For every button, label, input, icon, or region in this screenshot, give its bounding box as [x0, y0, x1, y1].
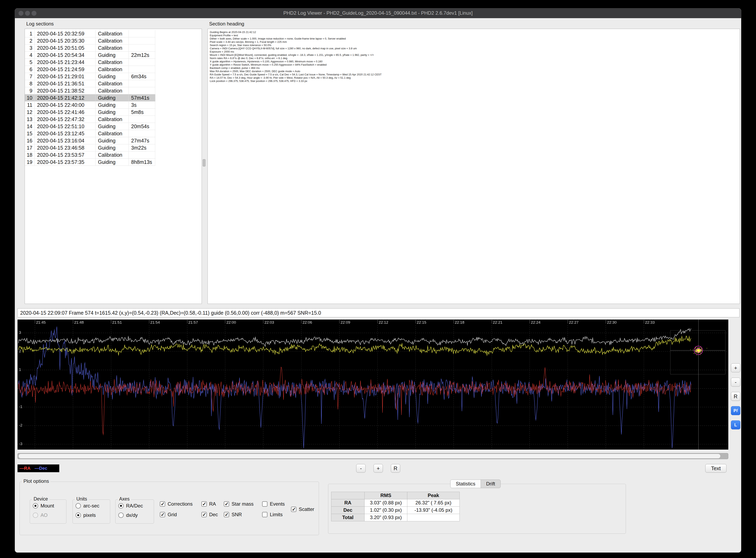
log-row-15[interactable]: 152020-04-15 23:12:45Calibration — [25, 130, 155, 137]
row-number: 14 — [25, 123, 35, 130]
checkbox-snr[interactable]: SNR — [224, 511, 242, 517]
log-row-18[interactable]: 182020-04-15 23:53:57Calibration — [25, 151, 155, 158]
log-text-line: Equipment Profile = test — [210, 34, 381, 37]
row-number: 17 — [25, 144, 35, 151]
radio-dx-dy[interactable]: dx/dy — [118, 512, 138, 518]
row-type: Calibration — [96, 66, 129, 73]
row-duration — [129, 116, 155, 123]
stats-header-cell: Dec — [331, 507, 364, 514]
scrollbar-thumb[interactable] — [18, 454, 721, 459]
tab-statistics[interactable]: Statistics — [451, 480, 481, 488]
row-number: 2 — [25, 37, 35, 44]
checkbox-icon[interactable] — [201, 501, 207, 507]
row-timestamp: 2020-04-15 20:54:34 — [35, 52, 96, 58]
device-label: Device — [32, 496, 50, 502]
chart-pixels-arcsec-toggle[interactable]: P/ — [731, 406, 740, 415]
guide-chart-canvas[interactable] — [18, 320, 728, 450]
window-title: PHD2 Log Viewer - PHD2_GuideLog_2020-04-… — [15, 10, 741, 16]
chart-reset-button[interactable]: R — [731, 392, 740, 401]
checkbox-events[interactable]: Events — [262, 501, 285, 507]
text-view-button[interactable]: Text — [705, 464, 726, 473]
radio-arc-sec[interactable]: arc-sec — [76, 503, 99, 509]
checkbox-corrections[interactable]: Corrections — [160, 501, 193, 507]
x-axis-label: 21:48 — [74, 320, 84, 325]
log-text-line: Search region = 15 px, Star mass toleran… — [210, 44, 381, 47]
stats-value-cell: 26.32" ( 7.65 px) — [407, 499, 460, 507]
log-row-8[interactable]: 82020-04-15 21:36:51Calibration — [25, 80, 155, 87]
log-row-12[interactable]: 122020-04-15 22:41:46Guiding5m8s — [25, 109, 155, 116]
radio-button-icon[interactable] — [33, 503, 38, 508]
row-type: Calibration — [96, 80, 129, 87]
checkbox-icon[interactable] — [224, 501, 229, 507]
radio-ra-dec[interactable]: RA/Dec — [118, 503, 143, 509]
log-text-line: Guiding Begins at 2020-04-15 21:42:12 — [210, 31, 381, 34]
checkbox-limits[interactable]: Limits — [262, 511, 283, 517]
log-text-line: Mount = INDI Mount [EQMod Mount], connec… — [210, 53, 381, 57]
checkbox-dec[interactable]: Dec — [201, 511, 218, 517]
checkbox-icon[interactable] — [201, 512, 207, 517]
chart-zoom-out-button[interactable]: - — [731, 378, 740, 387]
radio-button-icon[interactable] — [118, 503, 124, 508]
log-row-2[interactable]: 22020-04-15 20:35:30Calibration — [25, 37, 155, 45]
checkbox-icon[interactable] — [160, 512, 165, 517]
log-row-10[interactable]: 102020-04-15 21:42:12Guiding57m41s — [25, 94, 155, 101]
log-row-9[interactable]: 92020-04-15 21:38:52Calibration — [25, 87, 155, 94]
row-timestamp: 2020-04-15 21:42:12 — [35, 94, 96, 101]
row-number: 13 — [25, 116, 35, 123]
checkbox-ra[interactable]: RA — [201, 501, 216, 507]
log-row-1[interactable]: 12020-04-15 20:32:59Calibration — [25, 30, 155, 37]
radio-button-icon[interactable] — [76, 503, 81, 508]
checkbox-scatter[interactable]: Scatter — [291, 506, 314, 512]
radio-button-icon[interactable] — [118, 512, 124, 518]
log-row-16[interactable]: 162020-04-15 23:16:04Guiding27m47s — [25, 137, 155, 144]
chart-horizontal-scrollbar[interactable] — [18, 453, 728, 459]
chart-zoom-in-button[interactable]: + — [731, 363, 740, 372]
row-type: Guiding — [96, 73, 129, 80]
radio-button-icon[interactable] — [76, 512, 81, 518]
checkbox-grid[interactable]: Grid — [160, 511, 177, 517]
checkbox-icon[interactable] — [262, 501, 267, 507]
checkbox-icon[interactable] — [224, 512, 229, 517]
checkbox-icon[interactable] — [160, 501, 165, 507]
log-row-11[interactable]: 112020-04-15 22:40:00Guiding3s — [25, 101, 155, 109]
row-duration — [129, 130, 155, 137]
plot-zoom-out-button[interactable]: - — [356, 464, 366, 473]
row-timestamp: 2020-04-15 23:12:45 — [35, 130, 96, 137]
x-axis-label: 22:03 — [264, 320, 274, 325]
radio-mount[interactable]: Mount — [33, 503, 54, 509]
checkbox-label: Dec — [209, 512, 218, 517]
y-axis-label: -3 — [19, 441, 22, 446]
plot-zoom-in-button[interactable]: + — [374, 464, 383, 473]
row-type: Calibration — [96, 37, 129, 44]
row-number: 6 — [25, 66, 35, 73]
y-axis-label: 3 — [19, 330, 21, 335]
log-row-3[interactable]: 32020-04-15 20:51:05Calibration — [25, 45, 155, 52]
row-number: 15 — [25, 130, 35, 137]
tab-drift[interactable]: Drift — [481, 480, 501, 488]
row-timestamp: 2020-04-15 21:24:59 — [35, 66, 96, 73]
axes-label: Axes — [117, 496, 131, 502]
row-type: Calibration — [96, 45, 129, 51]
row-timestamp: 2020-04-15 20:32:59 — [35, 30, 96, 37]
log-row-14[interactable]: 142020-04-15 22:51:10Guiding20m54s — [25, 123, 155, 130]
radio-pixels[interactable]: pixels — [76, 512, 96, 518]
log-row-5[interactable]: 52020-04-15 21:23:44Calibration — [25, 59, 155, 66]
chart-lock-button[interactable]: L — [731, 421, 740, 429]
panel-splitter-handle[interactable] — [202, 159, 206, 167]
log-row-4[interactable]: 42020-04-15 20:54:34Guiding22m12s — [25, 52, 155, 59]
log-row-17[interactable]: 172020-04-15 23:46:58Guiding3m22s — [25, 144, 155, 151]
log-row-7[interactable]: 72020-04-15 21:29:01Guiding6m34s — [25, 73, 155, 80]
stats-value-cell — [407, 514, 460, 521]
row-type: Guiding — [96, 94, 129, 101]
log-row-6[interactable]: 62020-04-15 21:24:59Calibration — [25, 66, 155, 73]
section-heading-text: Guiding Begins at 2020-04-15 21:42:12Equ… — [210, 31, 381, 83]
checkbox-icon[interactable] — [262, 512, 267, 517]
checkbox-star-mass[interactable]: Star mass — [224, 501, 253, 507]
plot-reset-button[interactable]: R — [391, 464, 400, 473]
checkbox-label: Events — [270, 501, 285, 507]
log-row-13[interactable]: 132020-04-15 22:47:32Calibration — [25, 116, 155, 123]
stats-header-cell — [331, 492, 364, 499]
log-row-19[interactable]: 192020-04-15 23:57:35Guiding8h8m13s — [25, 158, 155, 166]
row-duration — [129, 59, 155, 66]
checkbox-icon[interactable] — [291, 507, 296, 512]
